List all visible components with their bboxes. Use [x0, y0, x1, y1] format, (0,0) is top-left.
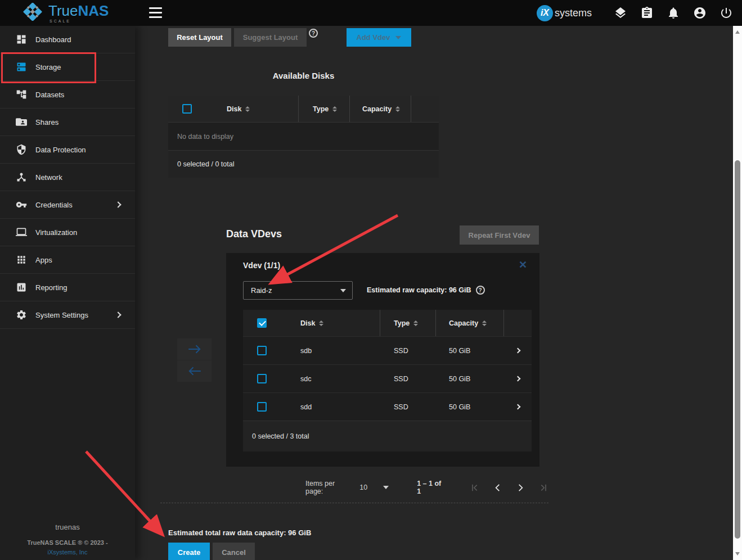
expand-row-icon[interactable] [515, 348, 521, 354]
disk-row-sdd[interactable]: sdd SSD 50 GiB [243, 392, 532, 421]
sidebar-item-dashboard[interactable]: Dashboard [0, 26, 135, 53]
vdev-card: Vdev (1/1) ✕ Raid-z Estimated raw capaci… [226, 253, 539, 467]
sort-icon[interactable] [332, 106, 337, 112]
hostname-label: truenas [0, 523, 135, 531]
add-vdev-button[interactable]: Add Vdev [347, 28, 411, 47]
sort-icon[interactable] [482, 320, 487, 326]
ix-text: systems [555, 7, 592, 19]
sidebar-item-apps[interactable]: Apps [0, 246, 135, 274]
last-page-icon[interactable] [539, 483, 548, 493]
truenas-pool-manager-page: TrueNAS SCALE iX systems [0, 0, 742, 560]
column-header-disk[interactable]: Disk [280, 310, 380, 336]
arrow-right-icon [186, 344, 203, 355]
move-right-button[interactable] [177, 338, 212, 360]
sidebar-item-reporting[interactable]: Reporting [0, 274, 135, 301]
move-left-button[interactable] [177, 360, 212, 382]
page-scrollbar[interactable] [733, 26, 742, 560]
row-checkbox[interactable] [257, 374, 267, 383]
vdev-layout-value: Raid-z [251, 286, 340, 295]
disk-transfer-controls [177, 338, 212, 382]
select-all-checkbox[interactable] [257, 318, 267, 328]
truenas-logo[interactable]: TrueNAS SCALE [23, 3, 135, 23]
power-icon[interactable] [719, 6, 733, 20]
arrow-left-icon [186, 365, 203, 377]
repeat-first-vdev-button[interactable]: Repeat First Vdev [460, 225, 539, 245]
items-per-page-label: Items per page: [305, 480, 353, 495]
paginator: Items per page: 10 1 – 1 of 1 [281, 475, 548, 500]
scroll-down-icon[interactable] [735, 552, 740, 556]
ixsystems-logo[interactable]: iX systems [537, 5, 592, 21]
disk-row-sdc[interactable]: sdc SSD 50 GiB [243, 364, 532, 392]
network-hub-icon [16, 171, 27, 183]
select-all-checkbox[interactable] [182, 104, 192, 114]
shares-folder-icon [16, 116, 27, 128]
vdev-layout-select[interactable]: Raid-z [243, 281, 353, 300]
key-icon [16, 199, 27, 210]
column-header-disk[interactable]: Disk [205, 96, 299, 122]
vdev-selection-summary: 0 selected / 3 total [243, 421, 532, 451]
brand-subtitle: SCALE [50, 19, 109, 23]
annotation-highlight-storage [1, 52, 96, 83]
sort-icon[interactable] [395, 106, 400, 112]
brand-name: TrueNAS [48, 3, 109, 18]
reset-layout-button[interactable]: Reset Layout [168, 28, 231, 47]
create-button[interactable]: Create [168, 543, 210, 560]
row-checkbox[interactable] [257, 402, 267, 412]
close-icon[interactable]: ✕ [519, 259, 527, 271]
first-page-icon[interactable] [470, 483, 479, 493]
checklist-icon[interactable] [640, 6, 654, 20]
help-icon[interactable]: ? [476, 286, 485, 295]
sort-icon[interactable] [319, 320, 323, 326]
available-disks-title: Available Disks [168, 71, 439, 80]
ixsystems-link[interactable]: iXsystems, Inc [0, 549, 135, 556]
chevron-down-icon [340, 289, 346, 292]
scrollbar-thumb[interactable] [735, 160, 740, 539]
sort-icon[interactable] [245, 106, 250, 112]
help-icon[interactable]: ? [309, 29, 318, 38]
sidebar-item-shares[interactable]: Shares [0, 109, 135, 136]
ix-circle: iX [537, 5, 553, 21]
previous-page-icon[interactable] [493, 483, 502, 493]
disk-row-sdb[interactable]: sdb SSD 50 GiB [243, 336, 532, 364]
hamburger-menu-icon[interactable] [149, 7, 162, 18]
chevron-down-icon[interactable] [383, 486, 389, 489]
available-disks-table: Disk Type Capacity No data to display 0 … [168, 96, 439, 178]
chevron-down-icon [395, 36, 401, 39]
next-page-icon[interactable] [516, 483, 525, 493]
dashboard-icon [16, 34, 27, 45]
column-header-type[interactable]: Type [299, 96, 350, 122]
column-header-capacity[interactable]: Capacity [436, 310, 504, 336]
apps-grid-icon [16, 254, 27, 265]
sidebar-item-datasets[interactable]: Datasets [0, 81, 135, 109]
scroll-up-icon[interactable] [735, 30, 740, 34]
expand-row-icon[interactable] [515, 404, 521, 410]
items-per-page-value[interactable]: 10 [359, 484, 367, 491]
page-range-label: 1 – 1 of 1 [417, 480, 446, 495]
account-icon[interactable] [693, 6, 707, 20]
row-checkbox[interactable] [257, 346, 267, 355]
sidebar-item-virtualization[interactable]: Virtualization [0, 219, 135, 246]
shield-icon [16, 144, 27, 155]
sidebar-item-system-settings[interactable]: System Settings [0, 301, 135, 329]
column-header-type[interactable]: Type [380, 310, 436, 336]
available-disks-selection-summary: 0 selected / 0 total [168, 150, 439, 178]
section-divider [160, 503, 548, 503]
copyright-label: TrueNAS SCALE ® © 2023 - [0, 539, 135, 546]
vdev-table-header: Disk Type Capacity [243, 310, 532, 336]
column-header-capacity[interactable]: Capacity [350, 96, 411, 122]
sidebar-item-network[interactable]: Network [0, 164, 135, 191]
chevron-right-icon [115, 201, 121, 207]
gear-icon [16, 309, 27, 320]
vdev-disks-table: Disk Type Capacity sdb SSD 50 GiB sdc SS… [243, 310, 532, 451]
expand-row-icon[interactable] [515, 376, 521, 382]
estimated-total-capacity-label: Estimated total raw data capacity: 96 Gi… [168, 529, 311, 537]
suggest-layout-button[interactable]: Suggest Layout [234, 28, 307, 47]
sort-icon[interactable] [413, 320, 418, 326]
sidebar-item-data-protection[interactable]: Data Protection [0, 136, 135, 164]
estimated-raw-capacity-label: Estimated raw capacity: 96 GiB [367, 286, 471, 294]
sidebar-item-credentials[interactable]: Credentials [0, 191, 135, 219]
truecommand-icon[interactable] [614, 6, 627, 20]
cancel-button[interactable]: Cancel [213, 543, 255, 560]
notifications-bell-icon[interactable] [667, 6, 680, 20]
sidebar: Dashboard Storage Datasets Shares Data P… [0, 26, 135, 560]
